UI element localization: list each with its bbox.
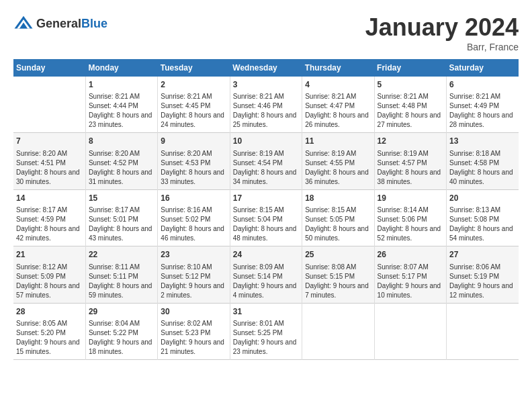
calendar-cell: 13Sunrise: 8:18 AMSunset: 4:58 PMDayligh… bbox=[447, 133, 519, 189]
weekday-header-thursday: Thursday bbox=[302, 59, 374, 77]
cell-info: Sunrise: 8:19 AMSunset: 4:57 PMDaylight:… bbox=[378, 149, 443, 187]
week-row-2: 7Sunrise: 8:20 AMSunset: 4:51 PMDaylight… bbox=[13, 133, 519, 189]
title-block: January 2024 Barr, France bbox=[365, 13, 519, 52]
month-title: January 2024 bbox=[365, 13, 519, 42]
calendar-cell: 4Sunrise: 8:21 AMSunset: 4:47 PMDaylight… bbox=[302, 77, 374, 133]
calendar-cell: 12Sunrise: 8:19 AMSunset: 4:57 PMDayligh… bbox=[374, 133, 446, 189]
day-number: 4 bbox=[305, 79, 371, 91]
logo-blue: Blue bbox=[81, 17, 107, 30]
logo-general: General bbox=[36, 17, 81, 30]
weekday-header-friday: Friday bbox=[374, 59, 446, 77]
cell-info: Sunrise: 8:06 AMSunset: 5:19 PMDaylight:… bbox=[449, 263, 516, 300]
day-number: 3 bbox=[233, 79, 299, 91]
day-number: 28 bbox=[16, 306, 83, 318]
cell-info: Sunrise: 8:19 AMSunset: 4:54 PMDaylight:… bbox=[233, 149, 299, 187]
cell-info: Sunrise: 8:20 AMSunset: 4:51 PMDaylight:… bbox=[16, 149, 83, 187]
calendar-table: SundayMondayTuesdayWednesdayThursdayFrid… bbox=[13, 59, 519, 360]
day-number: 6 bbox=[449, 79, 516, 91]
calendar-cell: 8Sunrise: 8:20 AMSunset: 4:52 PMDaylight… bbox=[85, 133, 157, 189]
calendar-cell: 20Sunrise: 8:13 AMSunset: 5:08 PMDayligh… bbox=[447, 189, 519, 246]
cell-info: Sunrise: 8:21 AMSunset: 4:45 PMDaylight:… bbox=[161, 92, 226, 130]
cell-info: Sunrise: 8:19 AMSunset: 4:55 PMDaylight:… bbox=[305, 149, 371, 187]
calendar-cell: 17Sunrise: 8:15 AMSunset: 5:04 PMDayligh… bbox=[230, 189, 302, 246]
weekday-header-monday: Monday bbox=[85, 59, 157, 77]
page-header: GeneralBlue January 2024 Barr, France bbox=[13, 13, 519, 52]
day-number: 9 bbox=[161, 136, 226, 147]
calendar-cell: 24Sunrise: 8:09 AMSunset: 5:14 PMDayligh… bbox=[230, 246, 302, 303]
calendar-cell: 2Sunrise: 8:21 AMSunset: 4:45 PMDaylight… bbox=[158, 77, 230, 133]
logo-text: GeneralBlue bbox=[36, 17, 107, 31]
day-number: 16 bbox=[161, 193, 226, 204]
day-number: 17 bbox=[233, 193, 299, 204]
calendar-cell: 22Sunrise: 8:11 AMSunset: 5:11 PMDayligh… bbox=[85, 246, 157, 303]
day-number: 31 bbox=[233, 306, 299, 318]
calendar-cell: 3Sunrise: 8:21 AMSunset: 4:46 PMDaylight… bbox=[230, 77, 302, 133]
cell-info: Sunrise: 8:16 AMSunset: 5:02 PMDaylight:… bbox=[161, 205, 226, 243]
cell-info: Sunrise: 8:11 AMSunset: 5:11 PMDaylight:… bbox=[89, 263, 154, 300]
cell-info: Sunrise: 8:17 AMSunset: 5:01 PMDaylight:… bbox=[89, 205, 154, 243]
calendar-cell: 10Sunrise: 8:19 AMSunset: 4:54 PMDayligh… bbox=[230, 133, 302, 189]
day-number: 27 bbox=[449, 249, 516, 261]
cell-info: Sunrise: 8:08 AMSunset: 5:15 PMDaylight:… bbox=[305, 263, 371, 300]
calendar-cell: 15Sunrise: 8:17 AMSunset: 5:01 PMDayligh… bbox=[85, 189, 157, 246]
day-number: 12 bbox=[378, 136, 443, 147]
day-number: 18 bbox=[305, 193, 371, 204]
day-number: 25 bbox=[305, 249, 371, 261]
calendar-cell: 14Sunrise: 8:17 AMSunset: 4:59 PMDayligh… bbox=[13, 189, 85, 246]
cell-info: Sunrise: 8:21 AMSunset: 4:46 PMDaylight:… bbox=[233, 92, 299, 130]
day-number: 10 bbox=[233, 136, 299, 147]
day-number: 20 bbox=[449, 193, 516, 204]
calendar-cell: 18Sunrise: 8:15 AMSunset: 5:05 PMDayligh… bbox=[302, 189, 374, 246]
cell-info: Sunrise: 8:09 AMSunset: 5:14 PMDaylight:… bbox=[233, 263, 299, 300]
week-row-5: 28Sunrise: 8:05 AMSunset: 5:20 PMDayligh… bbox=[13, 303, 519, 359]
calendar-cell: 30Sunrise: 8:02 AMSunset: 5:23 PMDayligh… bbox=[158, 303, 230, 359]
cell-info: Sunrise: 8:14 AMSunset: 5:06 PMDaylight:… bbox=[378, 205, 443, 243]
weekday-header-sunday: Sunday bbox=[13, 59, 85, 77]
day-number: 24 bbox=[233, 249, 299, 261]
day-number: 13 bbox=[449, 136, 516, 147]
cell-info: Sunrise: 8:13 AMSunset: 5:08 PMDaylight:… bbox=[449, 205, 516, 243]
day-number: 8 bbox=[89, 136, 154, 147]
location: Barr, France bbox=[365, 42, 519, 52]
calendar-cell: 25Sunrise: 8:08 AMSunset: 5:15 PMDayligh… bbox=[302, 246, 374, 303]
calendar-cell bbox=[374, 303, 446, 359]
calendar-cell: 28Sunrise: 8:05 AMSunset: 5:20 PMDayligh… bbox=[13, 303, 85, 359]
calendar-cell: 19Sunrise: 8:14 AMSunset: 5:06 PMDayligh… bbox=[374, 189, 446, 246]
cell-info: Sunrise: 8:15 AMSunset: 5:05 PMDaylight:… bbox=[305, 205, 371, 243]
cell-info: Sunrise: 8:21 AMSunset: 4:48 PMDaylight:… bbox=[378, 92, 443, 130]
cell-info: Sunrise: 8:21 AMSunset: 4:44 PMDaylight:… bbox=[89, 92, 154, 130]
day-number: 11 bbox=[305, 136, 371, 147]
day-number: 26 bbox=[378, 249, 443, 261]
day-number: 5 bbox=[378, 79, 443, 91]
day-number: 21 bbox=[16, 249, 83, 261]
calendar-cell: 6Sunrise: 8:21 AMSunset: 4:49 PMDaylight… bbox=[447, 77, 519, 133]
day-number: 23 bbox=[161, 249, 226, 261]
day-number: 19 bbox=[378, 193, 443, 204]
cell-info: Sunrise: 8:05 AMSunset: 5:20 PMDaylight:… bbox=[16, 319, 83, 357]
calendar-cell: 26Sunrise: 8:07 AMSunset: 5:17 PMDayligh… bbox=[374, 246, 446, 303]
cell-info: Sunrise: 8:21 AMSunset: 4:49 PMDaylight:… bbox=[449, 92, 516, 130]
calendar-cell: 1Sunrise: 8:21 AMSunset: 4:44 PMDaylight… bbox=[85, 77, 157, 133]
calendar-cell bbox=[13, 77, 85, 133]
logo: GeneralBlue bbox=[13, 13, 107, 34]
calendar-cell bbox=[302, 303, 374, 359]
day-number: 29 bbox=[89, 306, 154, 318]
calendar-cell: 23Sunrise: 8:10 AMSunset: 5:12 PMDayligh… bbox=[158, 246, 230, 303]
week-row-3: 14Sunrise: 8:17 AMSunset: 4:59 PMDayligh… bbox=[13, 189, 519, 246]
week-row-1: 1Sunrise: 8:21 AMSunset: 4:44 PMDaylight… bbox=[13, 77, 519, 133]
day-number: 1 bbox=[89, 79, 154, 91]
cell-info: Sunrise: 8:01 AMSunset: 5:25 PMDaylight:… bbox=[233, 319, 299, 357]
weekday-header-row: SundayMondayTuesdayWednesdayThursdayFrid… bbox=[13, 59, 519, 77]
cell-info: Sunrise: 8:21 AMSunset: 4:47 PMDaylight:… bbox=[305, 92, 371, 130]
calendar-cell bbox=[447, 303, 519, 359]
cell-info: Sunrise: 8:12 AMSunset: 5:09 PMDaylight:… bbox=[16, 263, 83, 300]
calendar-cell: 29Sunrise: 8:04 AMSunset: 5:22 PMDayligh… bbox=[85, 303, 157, 359]
day-number: 30 bbox=[161, 306, 226, 318]
calendar-cell: 16Sunrise: 8:16 AMSunset: 5:02 PMDayligh… bbox=[158, 189, 230, 246]
weekday-header-saturday: Saturday bbox=[447, 59, 519, 77]
calendar-cell: 31Sunrise: 8:01 AMSunset: 5:25 PMDayligh… bbox=[230, 303, 302, 359]
calendar-cell: 7Sunrise: 8:20 AMSunset: 4:51 PMDaylight… bbox=[13, 133, 85, 189]
day-number: 14 bbox=[16, 193, 83, 204]
cell-info: Sunrise: 8:04 AMSunset: 5:22 PMDaylight:… bbox=[89, 319, 154, 357]
cell-info: Sunrise: 8:20 AMSunset: 4:52 PMDaylight:… bbox=[89, 149, 154, 187]
